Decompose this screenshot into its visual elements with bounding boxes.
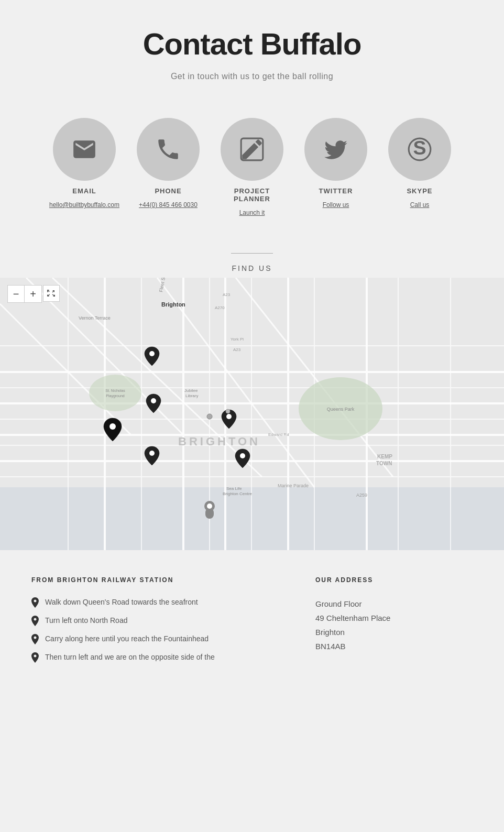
svg-point-51 xyxy=(207,414,212,419)
direction-pin-icon-2 xyxy=(31,616,39,626)
planner-circle[interactable] xyxy=(221,118,283,181)
zoom-in-button[interactable]: + xyxy=(25,286,41,302)
address-line-1: Ground Floor xyxy=(315,597,473,611)
direction-item-3: Carry along here until you reach the Fou… xyxy=(31,633,294,644)
address-section: OUR ADDRESS Ground Floor 49 Cheltenham P… xyxy=(315,576,473,670)
header-section: Contact Buffalo Get in touch with us to … xyxy=(0,0,504,97)
svg-text:A23: A23 xyxy=(233,347,241,352)
address-line-4: BN14AB xyxy=(315,639,473,653)
page-wrapper: Contact Buffalo Get in touch with us to … xyxy=(0,0,504,691)
svg-text:Sea Life: Sea Life xyxy=(226,486,242,491)
svg-text:BRIGHTON: BRIGHTON xyxy=(178,435,260,448)
address-line-3: Brighton xyxy=(315,625,473,639)
contact-icons-row: EMAIL hello@builtbybuffalo.com PHONE +44… xyxy=(0,97,504,243)
direction-text-2: Turn left onto North Road xyxy=(45,615,127,626)
map-controls-group: − + xyxy=(7,285,42,303)
svg-point-52 xyxy=(226,409,230,413)
email-circle[interactable] xyxy=(53,118,116,181)
twitter-link[interactable]: Follow us xyxy=(323,201,349,209)
direction-item-1: Walk down Queen's Road towards the seafr… xyxy=(31,597,294,608)
skype-link[interactable]: Call us xyxy=(410,201,430,209)
svg-text:Library: Library xyxy=(185,393,198,398)
skype-label: SKYPE xyxy=(407,187,432,195)
svg-point-64 xyxy=(207,503,212,509)
contact-item-twitter: TWITTER Follow us xyxy=(299,118,372,209)
direction-item-4: Then turn left and we are on the opposit… xyxy=(31,652,294,663)
svg-text:Marine Parade: Marine Parade xyxy=(278,483,309,488)
direction-text-1: Walk down Queen's Road towards the seafr… xyxy=(45,597,198,608)
svg-point-46 xyxy=(151,398,156,403)
skype-circle[interactable]: S xyxy=(388,118,451,181)
direction-pin-icon-1 xyxy=(31,597,39,608)
address-line-2: 49 Cheltenham Place xyxy=(315,611,473,625)
divider-line xyxy=(231,253,273,254)
svg-text:A259: A259 xyxy=(356,492,367,498)
direction-text-3: Carry along here until you reach the Fou… xyxy=(45,633,209,644)
twitter-circle[interactable] xyxy=(304,118,367,181)
directions-section: FROM BRIGHTON RAILWAY STATION Walk down … xyxy=(31,576,294,670)
svg-text:Vernon Terrace: Vernon Terrace xyxy=(79,315,111,321)
svg-text:KEMP: KEMP xyxy=(377,454,392,459)
edit-icon xyxy=(239,136,265,162)
svg-point-33 xyxy=(89,375,141,411)
page-title: Contact Buffalo xyxy=(10,26,494,61)
phone-circle[interactable] xyxy=(137,118,200,181)
map-section: Queens Park St. Nicholas Playground Flee… xyxy=(0,278,504,550)
map-svg: Queens Park St. Nicholas Playground Flee… xyxy=(0,278,504,550)
svg-text:Edward Rd: Edward Rd xyxy=(268,432,289,437)
contact-item-phone: PHONE +44(0) 845 466 0030 xyxy=(132,118,205,209)
svg-text:A270: A270 xyxy=(215,305,225,310)
phone-link[interactable]: +44(0) 845 466 0030 xyxy=(139,201,198,209)
map-inner: Queens Park St. Nicholas Playground Flee… xyxy=(0,278,504,550)
svg-text:St. Nicholas: St. Nicholas xyxy=(105,389,125,392)
twitter-icon xyxy=(323,136,349,162)
twitter-label: TWITTER xyxy=(319,187,353,195)
expand-icon xyxy=(47,289,56,298)
svg-text:A23: A23 xyxy=(223,292,231,297)
direction-text-4: Then turn left and we are on the opposit… xyxy=(45,652,215,663)
email-icon xyxy=(71,136,97,162)
svg-text:Brighton Centre: Brighton Centre xyxy=(223,491,253,496)
direction-pin-icon-3 xyxy=(31,634,39,644)
directions-heading: FROM BRIGHTON RAILWAY STATION xyxy=(31,576,294,584)
svg-point-50 xyxy=(240,453,245,458)
email-label: EMAIL xyxy=(72,187,96,195)
find-us-label: FIND US xyxy=(0,264,504,272)
bottom-info: FROM BRIGHTON RAILWAY STATION Walk down … xyxy=(0,550,504,691)
phone-label: PHONE xyxy=(155,187,181,195)
svg-point-49 xyxy=(226,414,232,419)
svg-point-48 xyxy=(149,451,155,456)
svg-text:TOWN: TOWN xyxy=(376,461,392,466)
phone-icon xyxy=(155,136,181,162)
planner-label: PROJECT PLANNER xyxy=(215,187,289,203)
divider-section: FIND US xyxy=(0,243,504,278)
zoom-out-button[interactable]: − xyxy=(8,286,25,302)
svg-text:York Pl: York Pl xyxy=(231,337,244,342)
direction-item-2: Turn left onto North Road xyxy=(31,615,294,626)
planner-link[interactable]: Launch it xyxy=(239,209,265,216)
svg-text:Playground: Playground xyxy=(106,394,125,398)
contact-item-email: EMAIL hello@builtbybuffalo.com xyxy=(48,118,121,209)
expand-button[interactable] xyxy=(43,285,60,302)
contact-item-planner: PROJECT PLANNER Launch it xyxy=(215,118,289,216)
svg-point-47 xyxy=(109,423,116,430)
address-heading: OUR ADDRESS xyxy=(315,576,473,584)
svg-text:Brighton: Brighton xyxy=(161,301,185,308)
svg-point-45 xyxy=(149,351,155,356)
direction-pin-icon-4 xyxy=(31,652,39,663)
email-link[interactable]: hello@builtbybuffalo.com xyxy=(49,201,119,209)
page-subtitle: Get in touch with us to get the ball rol… xyxy=(10,72,494,81)
skype-icon: S xyxy=(407,136,433,162)
svg-text:Jubilee: Jubilee xyxy=(184,388,198,393)
svg-text:Queens Park: Queens Park xyxy=(327,407,355,412)
contact-item-skype: S SKYPE Call us xyxy=(383,118,456,209)
